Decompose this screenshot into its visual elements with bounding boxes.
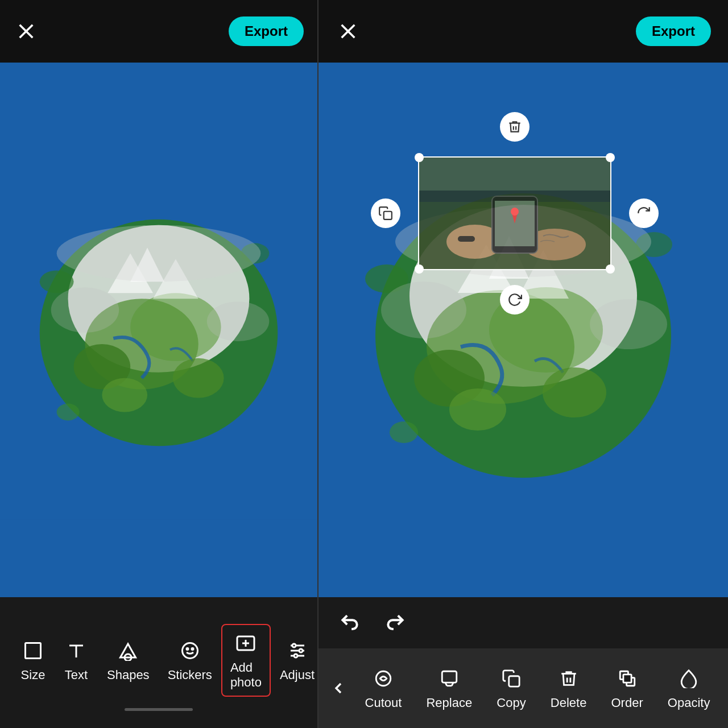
- nav-back-button[interactable]: [324, 674, 353, 702]
- cutout-icon: [371, 666, 396, 691]
- action-replace-label: Replace: [426, 696, 472, 710]
- order-icon: [615, 666, 640, 691]
- svg-point-52: [381, 282, 466, 338]
- right-canvas: [318, 63, 728, 597]
- replace-icon: [437, 666, 462, 691]
- delete-icon: [556, 666, 581, 691]
- scroll-indicator: [125, 708, 193, 711]
- right-header: Export: [318, 0, 728, 63]
- svg-rect-65: [442, 671, 457, 682]
- svg-point-23: [182, 643, 197, 659]
- add-photo-icon: [233, 631, 258, 656]
- right-panel: Export: [318, 0, 728, 728]
- left-toolbar: Size Text: [0, 597, 317, 728]
- opacity-icon: [676, 666, 701, 691]
- text-icon: [64, 638, 89, 663]
- shapes-icon: [115, 638, 140, 663]
- right-toolbar-area: Cutout Replace: [318, 597, 728, 728]
- right-close-button[interactable]: [336, 19, 361, 44]
- toolbar-size-label: Size: [21, 668, 46, 682]
- svg-point-32: [292, 644, 296, 647]
- svg-rect-69: [623, 675, 631, 682]
- svg-rect-19: [26, 643, 41, 659]
- bottom-actions-bar: Cutout Replace: [318, 648, 728, 728]
- toolbar-text-label: Text: [65, 668, 88, 682]
- action-order-label: Order: [611, 696, 643, 710]
- undo-redo-bar: [318, 597, 728, 648]
- action-copy-label: Copy: [497, 696, 526, 710]
- stickers-icon: [177, 638, 202, 663]
- svg-point-46: [543, 367, 606, 417]
- left-canvas: [0, 63, 317, 597]
- action-item-cutout[interactable]: Cutout: [358, 660, 409, 716]
- action-item-delete[interactable]: Delete: [544, 660, 594, 716]
- svg-point-61: [511, 208, 519, 216]
- svg-point-15: [57, 404, 80, 421]
- action-cutout-label: Cutout: [365, 696, 402, 710]
- svg-point-34: [294, 654, 297, 657]
- right-export-button[interactable]: Export: [636, 16, 711, 46]
- action-items: Cutout Replace: [353, 660, 722, 716]
- left-header: Export: [0, 0, 317, 63]
- action-item-order[interactable]: Order: [604, 660, 650, 716]
- svg-point-17: [51, 287, 119, 333]
- toolbar-adjust-label: Adjust: [280, 668, 315, 682]
- action-opacity-label: Opacity: [668, 696, 710, 710]
- left-close-button[interactable]: [14, 19, 39, 44]
- toolbar-add-photo-label: Add photo: [230, 660, 262, 690]
- copy-icon: [499, 666, 524, 691]
- svg-point-25: [192, 648, 193, 650]
- undo-button[interactable]: [336, 609, 364, 637]
- svg-point-47: [449, 388, 506, 431]
- svg-point-16: [57, 225, 261, 282]
- action-item-copy[interactable]: Copy: [490, 660, 532, 716]
- svg-point-11: [173, 358, 224, 398]
- svg-rect-66: [509, 676, 519, 686]
- redo-button[interactable]: [381, 609, 410, 637]
- toolbar-item-size[interactable]: Size: [11, 631, 55, 689]
- left-panel: Export: [0, 0, 318, 728]
- toolbar-items: Size Text: [0, 624, 317, 697]
- svg-point-13: [40, 270, 74, 293]
- svg-point-53: [590, 299, 667, 349]
- toolbar-item-text[interactable]: Text: [55, 631, 98, 689]
- toolbar-shapes-label: Shapes: [107, 668, 150, 682]
- crop-icon: [20, 638, 46, 663]
- toolbar-item-shapes[interactable]: Shapes: [98, 631, 159, 689]
- action-delete-label: Delete: [551, 696, 587, 710]
- toolbar-item-add-photo[interactable]: Add photo: [221, 624, 271, 697]
- svg-point-24: [187, 648, 188, 650]
- svg-point-50: [390, 421, 418, 443]
- adjust-icon: [285, 638, 310, 663]
- action-item-opacity[interactable]: Opacity: [661, 660, 717, 716]
- svg-point-64: [376, 671, 391, 686]
- action-item-replace[interactable]: Replace: [419, 660, 479, 716]
- toolbar-item-stickers[interactable]: Stickers: [159, 631, 221, 689]
- svg-point-18: [207, 301, 270, 341]
- toolbar-item-adjust[interactable]: Adjust: [271, 631, 324, 689]
- svg-point-33: [299, 649, 303, 652]
- svg-rect-62: [458, 236, 475, 242]
- svg-point-12: [102, 378, 147, 412]
- toolbar-stickers-label: Stickers: [168, 668, 212, 682]
- left-export-button[interactable]: Export: [229, 16, 304, 46]
